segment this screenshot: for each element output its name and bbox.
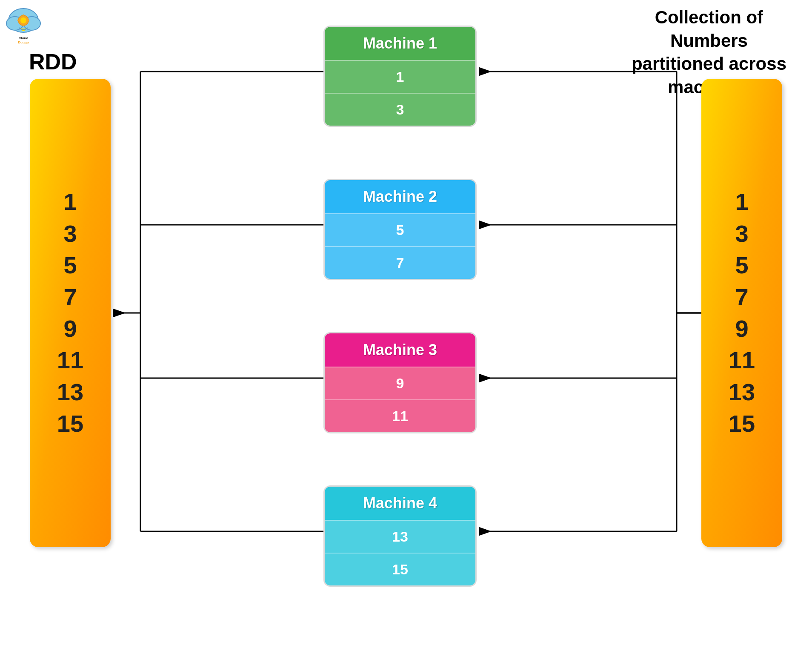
machine-3-header: Machine 3 [325,333,475,367]
left-bar-value-15: 15 [57,410,83,437]
left-bar-value-7: 7 [63,284,77,311]
machine-1-row-1: 1 [325,60,475,93]
svg-rect-5 [23,14,24,17]
machine-4-box: Machine 4 13 15 [323,485,477,587]
machine-4-row-1: 13 [325,520,475,553]
machine-3-row-2: 11 [325,399,475,432]
machine-3-box: Machine 3 9 11 [323,332,477,433]
svg-rect-6 [23,24,24,26]
right-bar-value-9: 9 [735,315,748,342]
svg-rect-7 [17,20,20,21]
right-bar-value-15: 15 [729,410,755,437]
left-bar-rdd: 1 3 5 7 9 11 13 15 [30,79,111,547]
left-bar-value-9: 9 [63,315,77,342]
right-bar-value-1: 1 [735,188,748,215]
right-bar-value-5: 5 [735,252,748,279]
machine-4-header: Machine 4 [325,487,475,520]
svg-rect-8 [27,20,29,21]
machine-3-row-1: 9 [325,367,475,399]
machine-2-box: Machine 2 5 7 [323,179,477,280]
left-bar-value-3: 3 [63,220,77,247]
right-bar-value-3: 3 [735,220,748,247]
right-bar-value-7: 7 [735,284,748,311]
machine-1-box: Machine 1 1 3 [323,26,477,127]
machine-4-row-2: 15 [325,553,475,585]
left-bar-value-11: 11 [57,347,83,374]
machine-2-row-2: 7 [325,246,475,279]
left-bar-value-13: 13 [57,379,83,406]
logo: Cloud Duggu [4,4,43,43]
right-bar-value-11: 11 [729,347,755,374]
machine-1-row-2: 3 [325,93,475,126]
right-bar-collection: 1 3 5 7 9 11 13 15 [701,79,782,547]
rdd-label: RDD [29,49,77,75]
left-bar-value-5: 5 [63,252,77,279]
logo-svg: Cloud Duggu [4,4,43,45]
machine-1-header: Machine 1 [325,27,475,60]
machine-2-header: Machine 2 [325,180,475,213]
left-bar-value-1: 1 [63,188,77,215]
machine-2-row-1: 5 [325,213,475,246]
right-bar-value-13: 13 [729,379,755,406]
svg-point-4 [20,17,26,23]
svg-text:Cloud: Cloud [19,36,29,40]
svg-text:Duggu: Duggu [18,40,29,44]
